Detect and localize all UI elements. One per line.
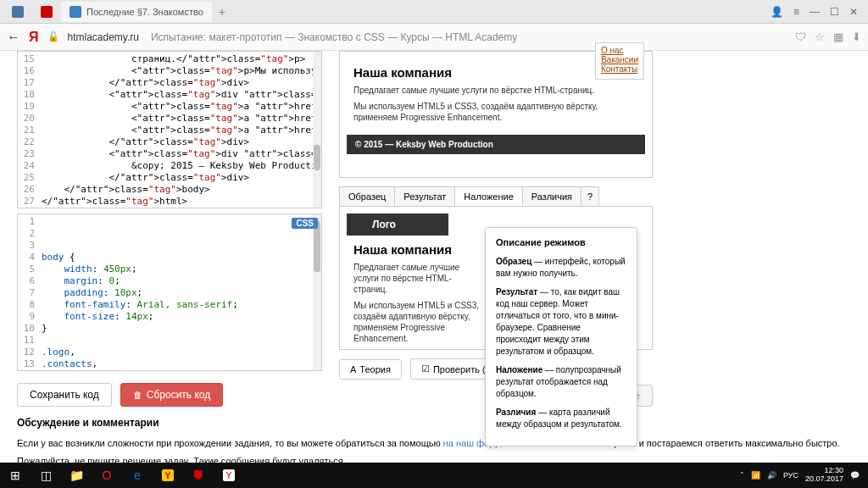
- windows-taskbar: ⊞ ◫ 📁 O e Y ⛊ Y ˄ 📶 🔊 РУС 12:30 20.07.20…: [0, 463, 868, 488]
- address-bar: ← Я 🔓 htmlacademy.ru Испытание: макет-пр…: [0, 24, 868, 51]
- shield-icon[interactable]: 🛡: [795, 30, 806, 43]
- save-button[interactable]: Сохранить код: [17, 383, 112, 407]
- tab-result[interactable]: Результат: [394, 186, 455, 206]
- new-tab-button[interactable]: +: [212, 5, 232, 19]
- scrollbar[interactable]: [313, 214, 321, 370]
- check-icon: ☑: [421, 363, 430, 374]
- opera-icon[interactable]: O: [92, 463, 122, 488]
- preview2-text1: Предлагает самые лучшие услуги по вёрстк…: [353, 262, 481, 295]
- preview2-logo: Лого: [347, 214, 448, 236]
- url-host: htmlacademy.ru: [68, 31, 139, 43]
- app-icon-2[interactable]: Y: [214, 463, 244, 488]
- result-tabs: Образец Результат Наложение Различия ?: [339, 186, 653, 207]
- tab-diff[interactable]: Различия: [522, 186, 581, 206]
- close-button[interactable]: ✕: [849, 6, 858, 18]
- maximize-button[interactable]: ☐: [830, 6, 839, 18]
- user-icon[interactable]: 👤: [771, 6, 783, 18]
- explorer-icon[interactable]: 📁: [61, 463, 92, 488]
- start-button[interactable]: ⊞: [0, 463, 31, 488]
- tab-htmlacademy[interactable]: Последние §7. Знакомство: [61, 2, 212, 22]
- preview-text1: Предлагает самые лучшие услуги по вёрстк…: [353, 85, 638, 96]
- browser-titlebar: Последние §7. Знакомство + 👤 ≡ — ☐ ✕: [0, 0, 868, 24]
- app-icon[interactable]: ⛊: [183, 463, 214, 488]
- modes-tooltip: Описание режимов Образец — интерфейс, ко…: [485, 227, 637, 446]
- edge-icon[interactable]: e: [122, 463, 153, 488]
- tray-volume[interactable]: 🔊: [767, 471, 776, 480]
- minimize-button[interactable]: —: [810, 6, 820, 18]
- tab-label: Последние §7. Знакомство: [86, 7, 203, 17]
- lock-icon: 🔓: [47, 31, 59, 42]
- tray-lang[interactable]: РУС: [783, 471, 798, 480]
- link-contacts[interactable]: Контакты: [601, 64, 638, 74]
- extension-icon[interactable]: ▦: [833, 30, 843, 43]
- preview-footer: © 2015 — Keksby Web Production: [347, 135, 645, 154]
- preview-text2: Мы используем HTML5 и CSS3, создаём адап…: [353, 101, 638, 123]
- tooltip-title: Описание режимов: [496, 236, 626, 249]
- html-editor[interactable]: 15 страниц.</"attr">class="tag">p>16 <"a…: [17, 51, 322, 208]
- tab-help[interactable]: ?: [581, 186, 599, 206]
- preview2-text2: Мы используем HTML5 и CSS3, создаём адап…: [353, 300, 481, 344]
- tab-overlay[interactable]: Наложение: [454, 186, 522, 206]
- tab-youtube[interactable]: [32, 2, 61, 22]
- tray-clock[interactable]: 12:30 20.07.2017: [805, 467, 843, 484]
- link-vacancies[interactable]: Вакансии: [601, 55, 638, 64]
- theory-button[interactable]: AТеория: [339, 359, 402, 380]
- reset-button[interactable]: Сбросить код: [120, 383, 223, 407]
- back-button[interactable]: ←: [7, 30, 20, 45]
- bookmark-icon[interactable]: ☆: [815, 30, 825, 43]
- css-editor[interactable]: CSS 1234body {5 width: 450px;6 margin: 0…: [17, 214, 322, 371]
- tray-chevron[interactable]: ˄: [740, 471, 744, 480]
- page-title: Испытание: макет-прототип — Знакомство с…: [151, 31, 517, 43]
- font-icon: A: [350, 364, 356, 374]
- tray-network[interactable]: 📶: [751, 471, 760, 480]
- discussion-heading: Обсуждение и комментарии: [17, 417, 851, 429]
- yandex-logo[interactable]: Я: [29, 30, 39, 45]
- tab-vk[interactable]: [3, 2, 32, 22]
- link-about[interactable]: О нас: [601, 46, 638, 55]
- trash-icon: [133, 389, 142, 401]
- yandex-icon[interactable]: Y: [153, 463, 183, 488]
- tab-sample[interactable]: Образец: [339, 186, 395, 206]
- css-badge: CSS: [292, 218, 318, 229]
- download-icon[interactable]: ⬇: [852, 30, 861, 43]
- menu-icon[interactable]: ≡: [793, 6, 799, 18]
- tray-notifications[interactable]: 💬: [850, 471, 860, 480]
- taskview-icon[interactable]: ◫: [31, 463, 61, 488]
- preview-nav-links: О нас Вакансии Контакты: [595, 42, 644, 80]
- scrollbar[interactable]: [313, 52, 321, 208]
